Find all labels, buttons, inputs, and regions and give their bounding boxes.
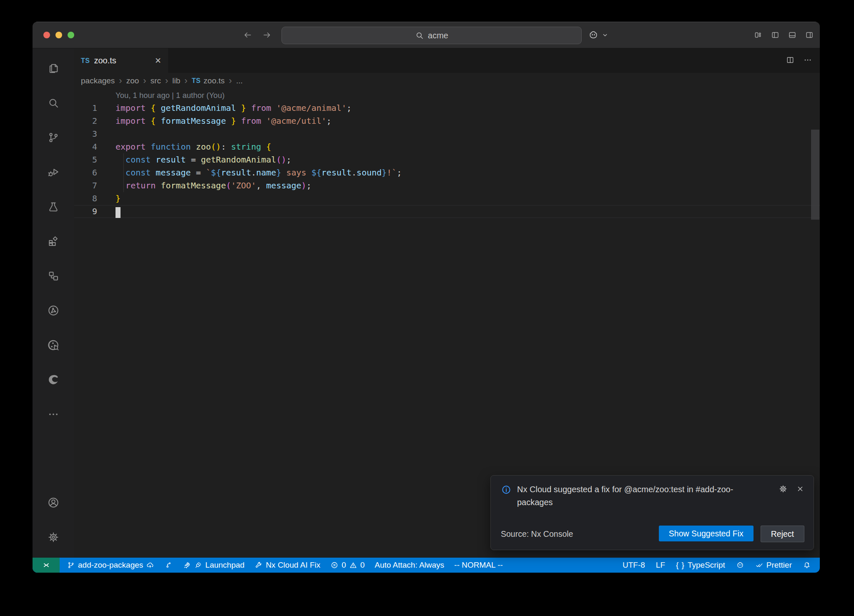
activity-bar-item-nx-cloud[interactable] <box>33 328 74 362</box>
activity-bar-item-references[interactable] <box>33 258 74 293</box>
wrench-icon <box>254 561 263 569</box>
close-button[interactable] <box>43 32 50 38</box>
breadcrumb-item-lib[interactable]: lib <box>172 76 180 85</box>
activity-bar-item-run-debug[interactable] <box>33 155 74 189</box>
error-icon <box>330 561 339 569</box>
statusbar-source-control-graph[interactable] <box>161 558 176 573</box>
line-number: 5 <box>74 153 116 166</box>
indent-guide <box>123 153 124 192</box>
breadcrumb-item--[interactable]: ... <box>236 76 243 85</box>
code-line-8: 8} <box>74 192 820 205</box>
git-blame-annotation: You, 1 hour ago | 1 author (You) <box>74 89 820 102</box>
code-line-6: 6 const message = `${result.name} says $… <box>74 166 820 179</box>
more-actions-icon <box>803 55 812 65</box>
titlebar: acme <box>33 22 820 48</box>
statusbar-git-branch[interactable]: add-zoo-packages <box>63 558 158 573</box>
chevron-right-separator: › <box>118 76 122 85</box>
braces-icon: { } <box>676 561 685 570</box>
minimize-button[interactable] <box>55 32 62 38</box>
statusbar-nx-cloud-ai-fix[interactable]: Nx Cloud AI Fix <box>251 558 324 573</box>
search-icon <box>415 31 424 40</box>
testing-icon <box>47 200 60 213</box>
warning-icon <box>349 561 357 569</box>
customize-layout-button[interactable] <box>754 30 763 40</box>
statusbar-auto-attach[interactable]: Auto Attach: Always <box>371 558 448 573</box>
chevron-right-separator: › <box>184 76 188 85</box>
typescript-file-icon: TS <box>81 57 90 65</box>
chevron-right-separator: › <box>143 76 146 85</box>
history-nav <box>243 22 272 48</box>
activity-bar-item-more[interactable] <box>33 397 74 431</box>
toggle-secondary-sidebar-button[interactable] <box>805 30 814 40</box>
statusbar-problems[interactable]: 00 <box>327 558 368 573</box>
code-line-5: 5 const result = getRandomAnimal(); <box>74 153 820 166</box>
breadcrumb-item-zoo-ts[interactable]: TSzoo.ts <box>192 76 225 85</box>
vscode-window: acme TS zoo.ts ✕ packages›zoo›src›lib›TS… <box>33 22 820 573</box>
gear-icon[interactable] <box>779 484 788 493</box>
close-icon[interactable] <box>796 485 804 493</box>
copilot-icon <box>736 561 744 569</box>
arrow-right-icon[interactable] <box>262 30 272 40</box>
activity-bar-item-settings-gear[interactable] <box>33 520 74 554</box>
remote-indicator[interactable] <box>33 558 60 573</box>
line-number: 1 <box>74 102 116 115</box>
breadcrumb-item-packages[interactable]: packages <box>81 76 115 85</box>
line-number: 9 <box>74 205 116 218</box>
code-line-1: 1import { getRandomAnimal } from '@acme/… <box>74 102 820 115</box>
code-line-7: 7 return formatMessage('ZOO', message); <box>74 179 820 192</box>
toggle-primary-sidebar-button[interactable] <box>771 30 780 40</box>
reject-button[interactable]: Reject <box>761 526 804 542</box>
breadcrumb: packages›zoo›src›lib›TSzoo.ts›... <box>74 73 820 89</box>
search-icon <box>47 97 60 109</box>
activity-bar-item-explorer[interactable] <box>33 51 74 85</box>
statusbar-launchpad[interactable]: Launchpad <box>179 558 248 573</box>
code-line-9: 9 <box>74 205 820 218</box>
references-icon <box>47 270 60 282</box>
code-line-3: 3 <box>74 128 820 140</box>
line-number: 4 <box>74 140 116 153</box>
activity-bar-item-search[interactable] <box>33 85 74 120</box>
breadcrumb-item-src[interactable]: src <box>151 76 161 85</box>
arrow-left-icon[interactable] <box>243 30 253 40</box>
chevron-right-separator: › <box>229 76 232 85</box>
activity-bar-item-extensions[interactable] <box>33 224 74 258</box>
git-commit-icon <box>164 561 173 569</box>
chevron-right-separator: › <box>165 76 168 85</box>
customize-layout-icon <box>754 30 763 40</box>
zoom-button[interactable] <box>68 32 74 38</box>
toggle-primary-sidebar-icon <box>771 30 780 40</box>
activity-bar-item-account[interactable] <box>33 485 74 520</box>
statusbar-formatter-prettier[interactable]: Prettier <box>751 558 796 573</box>
run-debug-icon <box>47 166 60 178</box>
activity-bar-item-nx-console[interactable] <box>33 293 74 328</box>
statusbar-encoding[interactable]: UTF-8 <box>619 558 649 573</box>
breadcrumb-item-zoo[interactable]: zoo <box>126 76 139 85</box>
line-number: 2 <box>74 115 116 128</box>
activity-bar-item-testing[interactable] <box>33 189 74 224</box>
edge-icon <box>47 373 60 386</box>
notification-source: Source: Nx Console <box>501 529 573 539</box>
activity-bar-item-source-control[interactable] <box>33 120 74 155</box>
activity-bar <box>33 48 74 558</box>
activity-bar-item-edge[interactable] <box>33 362 74 397</box>
toggle-panel-button[interactable] <box>788 30 797 40</box>
copilot-menu[interactable] <box>588 22 609 48</box>
statusbar-vim-mode[interactable]: -- NORMAL -- <box>450 558 506 573</box>
copilot-icon <box>588 30 599 40</box>
remote-icon <box>42 561 51 570</box>
show-suggested-fix-button[interactable]: Show Suggested Fix <box>659 526 754 541</box>
tab-bar: TS zoo.ts ✕ <box>74 48 820 73</box>
statusbar-copilot-status[interactable] <box>732 558 748 573</box>
tab-zoo-ts[interactable]: TS zoo.ts ✕ <box>74 48 168 73</box>
split-editor-icon[interactable] <box>786 55 795 66</box>
editor-scrollbar[interactable] <box>811 130 819 220</box>
notification-toast: Nx Cloud suggested a fix for @acme/zoo:t… <box>490 475 814 550</box>
more-actions-icon[interactable] <box>803 55 812 66</box>
command-center-search[interactable]: acme <box>281 27 582 44</box>
close-icon[interactable]: ✕ <box>155 56 161 65</box>
statusbar-language-mode[interactable]: { }TypeScript <box>672 558 729 573</box>
statusbar-eol[interactable]: LF <box>652 558 669 573</box>
rocket-icon <box>183 561 191 569</box>
statusbar-notifications-bell[interactable] <box>799 558 815 573</box>
line-number: 3 <box>74 128 116 140</box>
